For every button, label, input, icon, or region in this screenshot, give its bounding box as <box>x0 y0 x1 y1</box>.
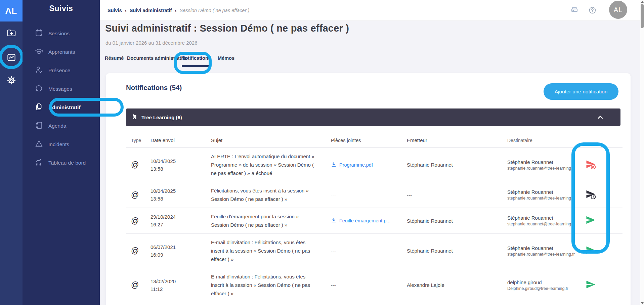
table-row: @ 10/04/2025 13:58 ALERTE : L'envoi auto… <box>126 148 622 182</box>
email-at-icon: @ <box>131 246 139 255</box>
tab-documents-administratifs[interactable]: Documents administratifs <box>127 55 187 61</box>
sidebar-item-label: Apprenants <box>48 49 75 55</box>
subject-cell: Félicitations, vous êtes inscrit à la se… <box>211 186 331 203</box>
notifications-table: Type Date envoi Sujet Pièces jointes Eme… <box>126 133 622 302</box>
email-at-icon: @ <box>131 190 139 199</box>
col-subject: Sujet <box>211 136 331 144</box>
chat-bubble-icon <box>35 84 43 94</box>
sidebar-item-label: Incidents <box>48 141 69 147</box>
printer-icon[interactable] <box>570 6 579 14</box>
person-check-icon <box>35 66 43 76</box>
attachment-link[interactable]: Programme.pdf <box>331 162 407 168</box>
calendar-icon <box>35 29 43 39</box>
rail-chart-icon[interactable] <box>6 52 17 63</box>
page-title: Suivi administratif : Session Démo ( ne … <box>105 23 349 34</box>
subject-cell: ALERTE : L'envoi automatique du document… <box>211 152 331 177</box>
attachment-cell: --- --- <box>331 248 407 254</box>
recipient-name: Stéphanie Rouannet <box>507 159 578 165</box>
chevron-right-icon: › <box>175 8 176 13</box>
sidebar-item-sessions[interactable]: Sessions <box>23 27 100 40</box>
tab-resume[interactable]: Résumé <box>105 55 124 61</box>
time-value: 13:58 <box>151 165 211 173</box>
status-cell <box>578 189 622 201</box>
gear-icon[interactable] <box>6 75 17 86</box>
breadcrumb-suivi-administratif[interactable]: Suivi administratif <box>130 8 172 13</box>
type-cell: @ <box>126 280 151 290</box>
help-icon[interactable] <box>588 6 597 14</box>
tab-memos[interactable]: Mémos <box>218 55 234 61</box>
recipient-name: Stéphanie Rouannet <box>507 189 578 195</box>
recipient-cell: Stéphanie Rouannet stephanie.rouannet@tr… <box>507 189 578 201</box>
col-type: Type <box>126 138 151 143</box>
graduation-cap-icon <box>35 47 43 57</box>
breadcrumb: Suivis › Suivi administratif › Session D… <box>108 0 249 21</box>
sidebar-item-label: Administratif <box>48 104 81 111</box>
type-cell: @ <box>126 160 151 169</box>
notebook-icon <box>35 121 43 131</box>
recipient-email: Delphine.giroud@tree-learning.fr <box>507 286 578 291</box>
download-icon <box>331 217 337 224</box>
recipient-name: delphine giroud <box>507 279 578 285</box>
sidebar: Suivis Sessions Apprenants Présence Mess… <box>23 0 100 305</box>
scrollbar-thumb[interactable] <box>641 4 644 28</box>
sender-cell: Stéphanie Rouannet <box>407 248 507 254</box>
sidebar-item-label: Sessions <box>48 31 70 37</box>
sender-cell: --- <box>407 192 507 198</box>
email-at-icon: @ <box>131 160 139 169</box>
col-date: Date envoi <box>151 136 211 144</box>
attachment-cell: Feuille émargement.p... Feuille émargeme… <box>331 217 407 224</box>
no-attachment: --- <box>331 192 336 198</box>
sender-cell: Stéphanie Rouannet <box>407 218 507 224</box>
table-row: @ 06/07/2021 16:09 E-mail d'invitation :… <box>126 234 622 268</box>
sidebar-item-presence[interactable]: Présence <box>23 64 100 77</box>
sender-cell: Stéphanie Rouannet <box>407 162 507 168</box>
sidebar-item-agenda[interactable]: Agenda <box>23 119 100 133</box>
send-success-icon <box>586 245 622 257</box>
scroll-down-arrow[interactable] <box>641 302 644 304</box>
notifications-panel: Notifications (54) Ajouter une notificat… <box>106 73 631 305</box>
attachment-name: Programme.pdf <box>339 162 373 168</box>
recipient-cell: delphine giroud Delphine.giroud@tree-lea… <box>507 279 578 291</box>
folder-plus-icon[interactable] <box>6 28 17 38</box>
type-cell: @ <box>126 246 151 255</box>
vertical-scrollbar[interactable] <box>640 0 644 305</box>
send-success-icon <box>586 279 622 291</box>
left-rail: ΛL <box>0 0 23 305</box>
time-value: 11:12 <box>151 285 211 293</box>
sidebar-item-administratif[interactable]: Administratif <box>23 101 100 114</box>
status-cell <box>578 279 622 291</box>
avatar[interactable]: AL <box>609 1 627 19</box>
sidebar-item-apprenants[interactable]: Apprenants <box>23 45 100 59</box>
send-scheduled-icon <box>586 189 622 201</box>
attachment-link[interactable]: Feuille émargement.p... <box>331 217 407 224</box>
date-value: 06/07/2021 <box>151 243 211 251</box>
date-cell: 13/02/2020 11:12 <box>151 277 211 293</box>
table-row: @ 29/10/2024 16:27 Feuille d'émargement … <box>126 208 622 234</box>
topbar: Suivis › Suivi administratif › Session D… <box>100 0 640 21</box>
sidebar-item-tableau-de-bord[interactable]: Tableau de bord <box>23 156 100 170</box>
sidebar-item-label: Tableau de bord <box>48 160 86 166</box>
group-name: Tree Learning (6) <box>141 115 182 120</box>
subject-cell: E-mail d'invitation : Félicitations, vou… <box>211 238 331 263</box>
documents-icon <box>35 102 43 113</box>
app-logo[interactable]: ΛL <box>0 0 23 21</box>
recipient-name: Stéphanie Rouannet <box>507 245 578 251</box>
date-cell: 10/04/2025 13:58 <box>151 187 211 203</box>
table-row: @ 13/02/2020 11:12 E-mail d'invitation :… <box>126 268 622 302</box>
panel-title: Notifications (54) <box>126 84 182 92</box>
group-header-tree-learning[interactable]: Tree Learning (6) <box>126 108 620 126</box>
col-sender: Emetteur <box>407 137 507 143</box>
sender-cell: Alexandre Lajoie <box>407 282 507 288</box>
sidebar-item-incidents[interactable]: Incidents <box>23 138 100 151</box>
recipient-cell: Stéphanie Rouannet stephanie.rouannet@tr… <box>507 215 578 226</box>
tab-notifications[interactable]: Notifications <box>181 55 211 61</box>
chevron-up-icon[interactable] <box>596 113 604 121</box>
sidebar-item-label: Présence <box>48 68 70 74</box>
breadcrumb-current: Session Démo ( ne pas effacer ) <box>179 8 249 13</box>
add-notification-button[interactable]: Ajouter une notification <box>544 83 618 100</box>
recipient-name: Stéphanie Rouannet <box>507 215 578 221</box>
sidebar-item-messages[interactable]: Messages <box>23 82 100 96</box>
scroll-up-arrow[interactable] <box>641 1 644 3</box>
col-attachments: Pièces jointes <box>331 138 407 143</box>
breadcrumb-suivis[interactable]: Suivis <box>108 8 122 13</box>
